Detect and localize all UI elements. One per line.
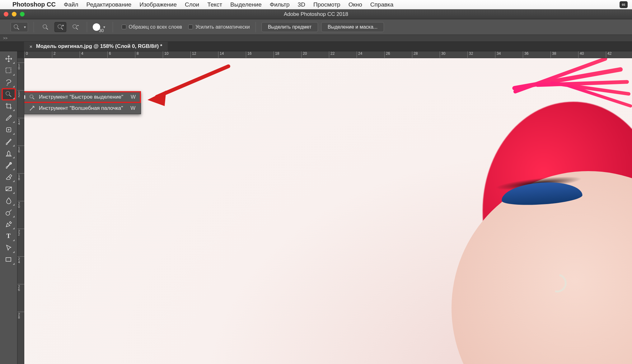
sample-all-layers-label: Образец со всех слоев bbox=[129, 24, 182, 30]
ruler-tick: 8 bbox=[135, 51, 139, 58]
tools-panel: T bbox=[0, 51, 17, 364]
ruler-tick: 26 bbox=[384, 51, 390, 58]
window-titlebar: Adobe Photoshop CC 2018 bbox=[0, 9, 632, 19]
ruler-tick: 14 bbox=[17, 118, 24, 125]
window-close-button[interactable] bbox=[4, 12, 8, 16]
lasso-tool[interactable] bbox=[2, 77, 15, 88]
options-bar: ▾ ▾ 30 Образец со всех слоев Усилить авт… bbox=[0, 19, 632, 35]
tool-flyout-menu: Инструмент "Быстрое выделение" W Инструм… bbox=[24, 91, 141, 114]
tool-preset-dropdown[interactable]: ▾ bbox=[11, 22, 28, 32]
history-brush-tool[interactable] bbox=[2, 160, 15, 171]
flyout-quick-selection[interactable]: Инструмент "Быстрое выделение" W bbox=[24, 91, 141, 103]
menu-window[interactable]: Окно bbox=[349, 1, 362, 8]
type-tool[interactable]: T bbox=[2, 231, 15, 242]
select-subject-button[interactable]: Выделить предмет bbox=[261, 22, 318, 32]
ruler-tick: 42 bbox=[606, 51, 611, 58]
document-tab-bar: × Модель оригинал.jpg @ 158% (Слой 0, RG… bbox=[0, 42, 632, 51]
dodge-tool[interactable] bbox=[2, 207, 15, 218]
ruler-tick: 4 bbox=[80, 51, 83, 58]
auto-enhance-label: Усилить автоматически bbox=[195, 24, 250, 30]
svg-point-5 bbox=[6, 91, 10, 95]
eraser-tool[interactable] bbox=[2, 171, 15, 183]
flyout-item-shortcut: W bbox=[131, 94, 136, 100]
ruler-tick: 16 bbox=[246, 51, 251, 58]
flyout-item-label: Инструмент "Волшебная палочка" bbox=[39, 105, 123, 111]
rectangle-tool[interactable] bbox=[2, 254, 15, 265]
chevron-down-icon: ▾ bbox=[24, 25, 26, 29]
ruler-tick: 30 bbox=[440, 51, 445, 58]
ruler-tick: 28 bbox=[17, 312, 24, 319]
ruler-tick: 16 bbox=[17, 146, 24, 153]
menu-select[interactable]: Выделение bbox=[230, 1, 262, 8]
menu-3d[interactable]: 3D bbox=[298, 1, 305, 8]
marquee-tool[interactable] bbox=[2, 65, 15, 76]
document-tab[interactable]: × Модель оригинал.jpg @ 158% (Слой 0, RG… bbox=[24, 42, 168, 51]
ruler-tick: 20 bbox=[301, 51, 307, 58]
svg-point-3 bbox=[73, 25, 77, 28]
menu-image[interactable]: Изображение bbox=[139, 1, 177, 8]
ruler-tick: 18 bbox=[274, 51, 279, 58]
svg-point-9 bbox=[6, 212, 10, 215]
window-zoom-button[interactable] bbox=[20, 12, 25, 16]
sample-all-layers-checkbox[interactable]: Образец со всех слоев bbox=[122, 24, 182, 30]
menu-view[interactable]: Просмотр bbox=[313, 1, 340, 8]
ruler-tick: 24 bbox=[357, 51, 362, 58]
ruler-tick: 28 bbox=[412, 51, 418, 58]
clone-stamp-tool[interactable] bbox=[2, 148, 15, 159]
brush-size-label: 30 bbox=[99, 28, 104, 33]
panel-collapse-toggle[interactable]: >> bbox=[0, 35, 632, 42]
svg-rect-10 bbox=[6, 258, 11, 261]
eyedropper-tool[interactable] bbox=[2, 112, 15, 124]
quick-selection-icon bbox=[28, 94, 36, 100]
svg-point-0 bbox=[14, 25, 18, 28]
ruler-tick: 18 bbox=[17, 173, 24, 180]
svg-point-2 bbox=[58, 25, 62, 28]
menu-help[interactable]: Справка bbox=[370, 1, 394, 8]
ruler-tick: 22 bbox=[17, 229, 24, 236]
flyout-magic-wand[interactable]: Инструмент "Волшебная палочка" W bbox=[24, 103, 141, 114]
ruler-tick: 34 bbox=[495, 51, 501, 58]
ruler-tick: 36 bbox=[523, 51, 528, 58]
creative-cloud-icon[interactable]: cc bbox=[620, 1, 628, 8]
menu-edit[interactable]: Редактирование bbox=[87, 1, 132, 8]
pen-tool[interactable] bbox=[2, 219, 15, 230]
selection-add-button[interactable] bbox=[54, 22, 66, 32]
magic-wand-icon bbox=[28, 105, 36, 111]
ruler-vertical[interactable]: 10121416182022242628 bbox=[17, 58, 24, 364]
ruler-tick: 40 bbox=[578, 51, 584, 58]
ruler-tick: 10 bbox=[17, 63, 24, 70]
selection-new-button[interactable] bbox=[40, 22, 51, 32]
menu-file[interactable]: Файл bbox=[64, 1, 78, 8]
document-tab-title: Модель оригинал.jpg @ 158% (Слой 0, RGB/… bbox=[36, 43, 162, 49]
menu-filter[interactable]: Фильтр bbox=[270, 1, 290, 8]
ruler-tick: 14 bbox=[218, 51, 224, 58]
svg-rect-4 bbox=[6, 68, 11, 73]
ruler-tick: 12 bbox=[17, 90, 24, 97]
flyout-item-label: Инструмент "Быстрое выделение" bbox=[39, 94, 123, 100]
blur-tool[interactable] bbox=[2, 195, 15, 206]
ruler-tick: 32 bbox=[467, 51, 473, 58]
close-icon[interactable]: × bbox=[30, 44, 32, 49]
auto-enhance-checkbox[interactable]: Усилить автоматически bbox=[188, 24, 250, 30]
ruler-tick: 26 bbox=[17, 284, 24, 291]
brush-tool[interactable] bbox=[2, 136, 15, 147]
document-canvas[interactable]: Инструмент "Быстрое выделение" W Инструм… bbox=[24, 58, 632, 364]
move-tool[interactable] bbox=[2, 53, 15, 64]
crop-tool[interactable] bbox=[2, 100, 15, 112]
ruler-tick: 0 bbox=[24, 51, 28, 58]
quick-selection-tool[interactable] bbox=[2, 89, 15, 100]
menu-type[interactable]: Текст bbox=[207, 1, 222, 8]
gradient-tool[interactable] bbox=[2, 183, 15, 194]
app-name[interactable]: Photoshop CC bbox=[12, 1, 56, 8]
ruler-tick: 6 bbox=[107, 51, 111, 58]
path-selection-tool[interactable] bbox=[2, 242, 15, 254]
menu-layer[interactable]: Слои bbox=[185, 1, 199, 8]
ruler-tick: 22 bbox=[329, 51, 335, 58]
selection-subtract-button[interactable] bbox=[69, 22, 81, 32]
ruler-horizontal[interactable]: 024681012141618202224262830323436384042 bbox=[24, 51, 632, 58]
ruler-tick: 12 bbox=[190, 51, 196, 58]
select-and-mask-button[interactable]: Выделение и маска... bbox=[321, 22, 384, 32]
spot-healing-tool[interactable] bbox=[2, 124, 15, 135]
window-minimize-button[interactable] bbox=[12, 12, 16, 16]
svg-point-1 bbox=[43, 25, 47, 28]
